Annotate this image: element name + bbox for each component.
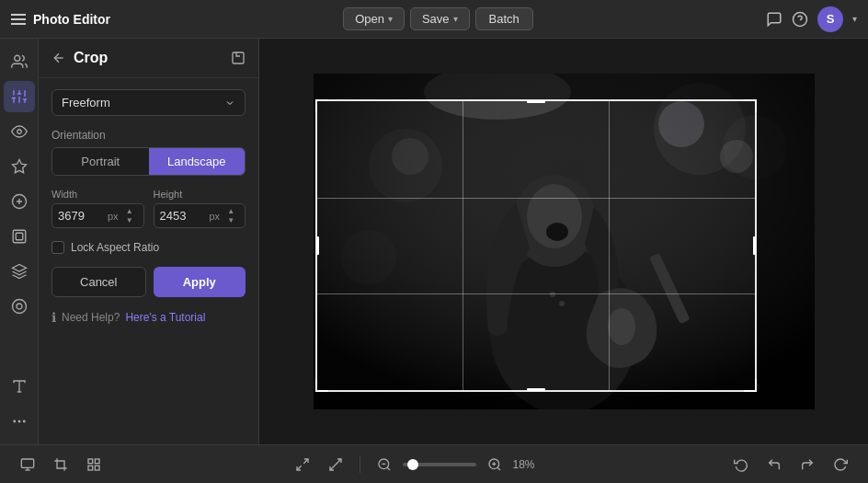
toolbar-center-group: 18% (290, 452, 546, 477)
svg-rect-48 (95, 459, 99, 464)
orientation-section: Orientation Portrait Landscape (51, 129, 246, 176)
canvas-area[interactable] (259, 39, 868, 444)
zoom-controls: 18% (371, 452, 546, 477)
back-button[interactable] (51, 51, 66, 65)
grid-view-button[interactable] (81, 452, 107, 477)
height-increment-button[interactable]: ▲ (223, 207, 238, 216)
comment-button[interactable] (766, 11, 782, 28)
layers-view-button[interactable] (15, 452, 40, 477)
menu-button[interactable] (11, 14, 26, 25)
width-increment-button[interactable]: ▲ (122, 207, 137, 216)
width-decrement-button[interactable]: ▼ (122, 216, 137, 225)
height-input[interactable] (154, 204, 210, 227)
sidebar-item-frames[interactable] (4, 221, 35, 252)
svg-rect-14 (13, 230, 26, 243)
crop-handle-left-mid[interactable] (316, 236, 319, 255)
portrait-button[interactable]: Portrait (52, 148, 149, 175)
zoom-out-button[interactable] (371, 452, 397, 477)
width-label: Width (51, 189, 144, 200)
landscape-button[interactable]: Landscape (149, 148, 246, 175)
help-row: ℹ Need Help? Here's a Tutorial (51, 310, 246, 325)
width-input[interactable] (52, 204, 108, 227)
preset-dropdown[interactable]: Freeform (51, 89, 246, 116)
panel-preset-save-button[interactable] (231, 51, 246, 65)
grid-line-h2 (317, 293, 755, 294)
avatar[interactable]: S (817, 6, 843, 32)
eye-icon (11, 123, 28, 140)
resize-button[interactable] (323, 452, 348, 477)
svg-line-55 (387, 467, 390, 470)
tutorial-link[interactable]: Here's a Tutorial (125, 311, 205, 324)
crop-overlay[interactable] (315, 99, 757, 392)
grid-line-v1 (463, 101, 463, 390)
crop-tool-icon (53, 457, 68, 472)
frames-icon (11, 228, 28, 245)
svg-point-12 (17, 130, 21, 134)
sidebar-item-adjustments[interactable] (4, 81, 35, 112)
height-spinners: ▲ ▼ (223, 207, 238, 225)
svg-point-22 (18, 420, 20, 422)
svg-point-2 (14, 55, 19, 61)
dimensions-row: Width px ▲ ▼ Height px (51, 189, 246, 228)
crop-tool-button[interactable] (48, 452, 74, 477)
fit-icon (295, 457, 310, 472)
reset-button[interactable] (828, 452, 853, 477)
batch-button[interactable]: Batch (475, 7, 533, 30)
orientation-label: Orientation (51, 129, 246, 142)
svg-rect-15 (16, 233, 23, 240)
apply-button[interactable]: Apply (154, 267, 246, 297)
back-arrow-icon (51, 51, 66, 65)
sidebar-item-view[interactable] (4, 116, 35, 147)
width-group: Width px ▲ ▼ (51, 189, 144, 228)
lock-aspect-checkbox[interactable] (51, 241, 64, 254)
crop-handle-right-mid[interactable] (753, 236, 756, 255)
avatar-chevron-icon[interactable]: ▾ (852, 14, 857, 24)
crop-handle-top-left[interactable] (315, 99, 328, 112)
crop-handle-bottom-right[interactable] (744, 379, 757, 392)
sidebar-item-layers[interactable] (4, 256, 35, 287)
lock-aspect-row: Lock Aspect Ratio (51, 241, 246, 254)
redo-button[interactable] (794, 452, 820, 477)
help-button[interactable] (792, 11, 808, 28)
history-icon (734, 457, 748, 472)
lock-aspect-label[interactable]: Lock Aspect Ratio (71, 241, 159, 254)
history-back-button[interactable] (728, 452, 754, 477)
cancel-button[interactable]: Cancel (51, 267, 146, 297)
height-group: Height px ▲ ▼ (154, 189, 246, 228)
orientation-buttons: Portrait Landscape (51, 147, 246, 176)
zoom-in-button[interactable] (482, 452, 508, 477)
crop-handle-top-right[interactable] (744, 99, 757, 112)
grid-line-h1 (317, 198, 755, 199)
open-button[interactable]: Open ▾ (343, 7, 405, 30)
toolbar-left-group (15, 452, 107, 477)
svg-point-23 (23, 420, 25, 422)
app-header: Photo Editor Open ▾ Save ▾ Batch S ▾ (0, 0, 868, 39)
height-input-wrap: px ▲ ▼ (154, 203, 246, 228)
app-title: Photo Editor (33, 12, 110, 27)
fit-to-screen-button[interactable] (290, 452, 315, 477)
save-chevron-icon: ▾ (453, 14, 458, 24)
svg-point-21 (14, 420, 16, 422)
svg-marker-13 (12, 160, 26, 173)
crop-handle-bottom-left[interactable] (315, 379, 328, 392)
help-icon (792, 11, 808, 28)
crop-handle-top-mid[interactable] (527, 100, 545, 103)
bottom-toolbar: 18% (0, 444, 868, 483)
width-spinners: ▲ ▼ (122, 207, 137, 225)
people-icon (11, 53, 28, 70)
menu-icon (11, 14, 26, 25)
sidebar-item-more[interactable] (4, 406, 35, 437)
svg-rect-49 (95, 466, 99, 470)
sidebar-item-text[interactable] (4, 371, 35, 402)
undo-button[interactable] (761, 452, 787, 477)
height-decrement-button[interactable]: ▼ (223, 216, 238, 225)
sidebar-item-effects[interactable] (4, 151, 35, 182)
save-button[interactable]: Save ▾ (410, 7, 470, 30)
sidebar-item-ai[interactable] (4, 186, 35, 217)
sidebar-item-people[interactable] (4, 46, 35, 77)
crop-handle-bottom-mid[interactable] (527, 388, 545, 391)
panel-content: Freeform Orientation Portrait Landscape … (39, 78, 258, 336)
sidebar-item-objects[interactable] (4, 291, 35, 322)
zoom-slider[interactable] (403, 463, 476, 466)
action-buttons: Cancel Apply (51, 267, 246, 297)
